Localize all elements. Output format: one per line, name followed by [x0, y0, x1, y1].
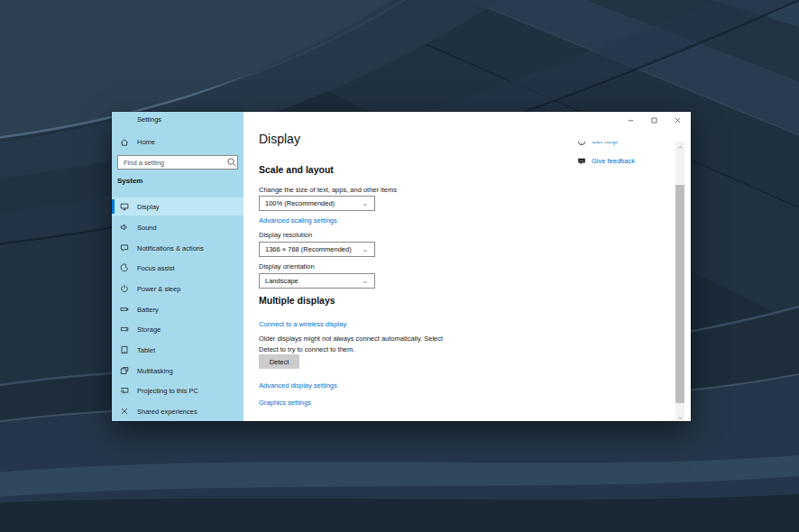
give-feedback-row[interactable]: Give feedback	[576, 156, 666, 166]
shared-experiences-icon	[120, 407, 129, 416]
sidebar-item-focus-assist[interactable]: Focus assist	[112, 259, 243, 277]
maximize-button[interactable]	[642, 112, 666, 128]
orientation-dropdown[interactable]: Landscape	[259, 273, 375, 289]
sound-icon	[120, 223, 129, 232]
minimize-button[interactable]	[619, 112, 642, 128]
projecting-icon	[120, 386, 129, 395]
scale-dropdown[interactable]: 100% (Recommended)	[259, 196, 375, 211]
sidebar-item-multitasking[interactable]: Multitasking	[112, 362, 243, 380]
sidebar-item-display[interactable]: Display	[112, 197, 243, 216]
multitasking-icon	[120, 366, 129, 375]
resolution-dropdown[interactable]: 1366 × 768 (Recommended)	[259, 242, 375, 257]
sidebar-item-label: Power & sleep	[137, 285, 180, 293]
sidebar-item-label: Battery	[137, 306, 159, 314]
storage-icon	[120, 325, 129, 334]
chevron-down-icon	[362, 242, 369, 258]
scale-and-layout-heading: Scale and layout	[259, 164, 334, 175]
sidebar-item-label: Home	[137, 138, 155, 146]
home-icon	[120, 138, 129, 147]
sidebar-item-label: Notifications & actions	[137, 244, 204, 252]
orientation-dropdown-value: Landscape	[265, 277, 298, 285]
focus-assist-icon	[120, 263, 129, 272]
detect-button[interactable]: Detect	[259, 354, 299, 369]
sidebar-item-label: Multitasking	[137, 367, 173, 375]
sidebar-item-label: Tablet	[137, 346, 155, 354]
window-controls	[619, 112, 689, 128]
chevron-down-icon	[362, 196, 369, 212]
sidebar-item-label: Sound	[137, 224, 157, 232]
scroll-down-button[interactable]	[675, 412, 684, 421]
battery-icon	[120, 305, 129, 314]
settings-sidebar: Settings Home System Display Sound Notif…	[112, 112, 243, 421]
connect-wireless-display-link[interactable]: Connect to a wireless display	[259, 320, 346, 328]
get-help-clipped: Get help	[576, 142, 666, 150]
close-button[interactable]	[666, 112, 689, 128]
size-label: Change the size of text, apps, and other…	[259, 186, 397, 194]
search-icon	[226, 157, 237, 168]
window-title: Settings	[137, 115, 161, 124]
resolution-label: Display resolution	[259, 231, 312, 239]
close-icon	[674, 112, 682, 128]
page-title: Display	[259, 132, 300, 146]
get-help-row[interactable]: Get help	[576, 142, 666, 146]
sidebar-item-tablet[interactable]: Tablet	[112, 341, 243, 359]
sidebar-item-label: Focus assist	[137, 264, 175, 272]
sidebar-item-power-sleep[interactable]: Power & sleep	[112, 280, 243, 298]
get-help-link[interactable]: Get help	[592, 142, 617, 145]
sidebar-item-sound[interactable]: Sound	[112, 218, 243, 236]
chevron-down-icon	[362, 273, 369, 289]
sidebar-item-storage[interactable]: Storage	[112, 320, 243, 338]
scrollbar-thumb[interactable]	[675, 185, 684, 403]
graphics-settings-link[interactable]: Graphics settings	[259, 399, 311, 407]
minimize-icon	[627, 112, 635, 128]
sidebar-item-label: Projecting to this PC	[137, 387, 198, 395]
detect-description: Older displays might not always connect …	[259, 334, 448, 354]
sidebar-item-home[interactable]: Home	[112, 133, 243, 151]
feedback-icon	[576, 156, 586, 166]
chevron-up-icon	[677, 138, 684, 154]
sidebar-item-label: Display	[137, 203, 160, 211]
vertical-scrollbar[interactable]	[675, 142, 684, 421]
sidebar-item-projecting[interactable]: Projecting to this PC	[112, 381, 243, 399]
give-feedback-link[interactable]: Give feedback	[592, 157, 635, 165]
advanced-scaling-link[interactable]: Advanced scaling settings	[259, 216, 337, 225]
settings-window: Settings Home System Display Sound Notif…	[112, 112, 691, 421]
search-input[interactable]	[118, 159, 226, 167]
display-icon	[120, 202, 129, 211]
selected-accent-pill	[112, 199, 115, 214]
titlebar[interactable]: Settings	[112, 112, 243, 130]
notifications-icon	[120, 243, 129, 252]
maximize-icon	[650, 112, 658, 128]
orientation-label: Display orientation	[259, 262, 315, 271]
multiple-displays-heading: Multiple displays	[259, 295, 335, 306]
scale-dropdown-value: 100% (Recommended)	[265, 199, 335, 207]
tablet-icon	[120, 345, 129, 354]
advanced-display-settings-link[interactable]: Advanced display settings	[259, 381, 337, 390]
sidebar-item-shared-experiences[interactable]: Shared experiences	[112, 402, 243, 420]
sidebar-item-label: Storage	[137, 326, 161, 334]
sidebar-section-title: System	[117, 177, 142, 185]
sidebar-item-notifications[interactable]: Notifications & actions	[112, 239, 243, 257]
sidebar-item-battery[interactable]: Battery	[112, 300, 243, 318]
get-help-icon	[576, 142, 586, 146]
help-links: Get help Give feedback	[576, 142, 666, 170]
chevron-down-icon	[677, 408, 684, 425]
power-icon	[120, 284, 129, 293]
resolution-dropdown-value: 1366 × 768 (Recommended)	[265, 245, 352, 253]
back-button[interactable]	[117, 115, 132, 127]
scroll-up-button[interactable]	[675, 142, 684, 151]
search-box[interactable]	[117, 155, 238, 170]
sidebar-item-label: Shared experiences	[137, 408, 197, 416]
